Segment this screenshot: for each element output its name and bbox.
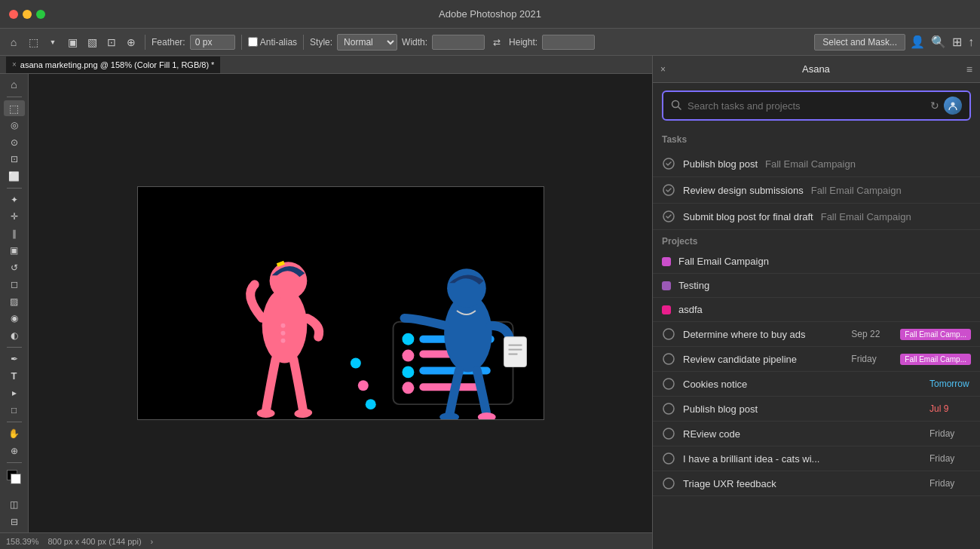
path-select-icon[interactable]: ▸ [4,385,25,401]
tab-bar: × asana marketing.png @ 158% (Color Fill… [0,56,652,74]
btask-check-7 [662,477,675,490]
toolbar-right: 👤 🔍 ⊞ ↑ [910,35,974,49]
task-project-1: Fall Email Campaign [765,158,856,170]
tab-close-icon[interactable]: × [12,60,17,69]
btask-check-2 [662,352,675,366]
clone-stamp-icon[interactable]: ▣ [4,243,25,259]
share-icon[interactable]: ↑ [968,35,974,49]
tool-a-icon[interactable]: ▣ [65,35,80,50]
hand-icon[interactable]: ✋ [4,426,25,442]
screen-mode-icon[interactable]: ⊟ [4,514,25,530]
btask-date-2: Friday [851,354,893,364]
tool-sep-1 [7,97,22,97]
task-item-2[interactable]: Review design submissions Fall Email Cam… [653,177,980,204]
svg-point-26 [350,358,360,369]
btask-check-4 [662,402,675,416]
toolbar: ⌂ ⬚ ▼ ▣ ▧ ⊡ ⊕ Feather: Anti-alias Style:… [0,29,980,56]
asana-close-x[interactable]: × [660,64,666,75]
select-marquee-icon[interactable]: ⬚ [4,100,25,116]
width-input[interactable] [432,35,485,50]
style-select[interactable]: Normal [337,34,397,51]
bottom-task-3[interactable]: Cookies notice Tomorrow [653,372,980,397]
btask-check-6 [662,452,675,465]
bottom-task-7[interactable]: Triage UXR feedback Friday [653,471,980,496]
svg-rect-22 [508,349,522,351]
maximize-button[interactable] [36,10,45,19]
user-icon[interactable]: 👤 [910,35,925,49]
bottom-task-1[interactable]: Determine where to buy ads Sep 22 Fall E… [653,322,980,347]
quick-select-icon[interactable]: ⊙ [4,134,25,150]
svg-point-10 [402,333,414,345]
project-color-1 [662,257,671,266]
bottom-task-4[interactable]: Publish blog post Jul 9 [653,397,980,422]
project-item-3[interactable]: asdfa [653,298,980,322]
foreground-color-icon[interactable] [4,467,25,483]
marquee-tool-icon[interactable]: ⬚ [26,35,41,50]
asana-panel-body[interactable]: Tasks Publish blog post Fall Email Campa… [653,128,980,549]
height-input[interactable] [542,35,595,50]
antialias-label: Anti-alias [260,37,297,48]
traffic-lights [9,10,45,19]
panel-menu-icon[interactable]: ≡ [966,63,972,75]
svg-point-12 [402,350,414,362]
tool-c-icon[interactable]: ⊡ [104,35,119,50]
asana-panel: × Asana ≡ ↻ [652,56,980,549]
search-input[interactable] [688,100,924,112]
frame-icon[interactable]: ⬜ [4,168,25,184]
project-name-2: Testing [678,280,709,291]
btask-badge-1: Fall Email Camp... [900,329,971,340]
tool-d-icon[interactable]: ⊕ [124,35,139,50]
spot-heal-icon[interactable]: ✛ [4,209,25,225]
swap-icon[interactable]: ⇄ [489,35,504,50]
sep3 [303,35,304,50]
project-item-1[interactable]: Fall Email Campaign [653,250,980,274]
active-tab[interactable]: × asana marketing.png @ 158% (Color Fill… [6,57,220,73]
window-icon[interactable]: ⊞ [952,35,962,49]
btask-date-5: Friday [929,428,971,439]
tool-b-icon[interactable]: ▧ [84,35,100,50]
pen-icon[interactable]: ✒ [4,351,25,367]
svg-point-31 [951,103,955,106]
home-icon[interactable]: ⌂ [4,77,25,93]
search-container: ↻ [653,83,980,128]
blur-icon[interactable]: ◉ [4,311,25,327]
task-check-1 [662,157,675,170]
task-item-1[interactable]: Publish blog post Fall Email Campaign [653,151,980,177]
brush-icon[interactable]: ∥ [4,226,25,242]
close-button[interactable] [9,10,18,19]
svg-point-39 [663,428,674,439]
forward-arrow[interactable]: › [151,537,154,546]
bottom-task-5[interactable]: REview code Friday [653,422,980,446]
marquee-options-icon[interactable]: ▼ [45,35,60,50]
shape-icon[interactable]: □ [4,402,25,418]
btask-name-1: Determine where to buy ads [683,329,844,340]
feather-label: Feather: [152,37,185,48]
lasso-icon[interactable]: ◎ [4,118,25,133]
type-icon[interactable]: T [4,368,25,384]
bottom-task-6[interactable]: I have a brilliant idea - cats wi... Fri… [653,446,980,471]
minimize-button[interactable] [23,10,32,19]
search-icon [671,100,681,112]
app-wrapper: Adobe Photoshop 2021 ⌂ ⬚ ▼ ▣ ▧ ⊡ ⊕ Feath… [0,0,980,549]
crop-icon[interactable]: ⊡ [4,152,25,167]
antialias-check[interactable] [248,37,258,47]
dodge-icon[interactable]: ◐ [4,328,25,344]
select-mask-button[interactable]: Select and Mask... [814,34,905,51]
project-item-2[interactable]: Testing [653,274,980,298]
btask-date-4: Jul 9 [929,403,971,414]
avatar[interactable] [944,97,962,115]
feather-input[interactable] [190,35,235,50]
eyedropper-icon[interactable]: ✦ [4,192,25,208]
refresh-icon[interactable]: ↻ [930,100,939,112]
bottom-task-2[interactable]: Review candidate pipeline Friday Fall Em… [653,347,980,372]
title-bar: Adobe Photoshop 2021 [0,0,980,29]
quick-mask-icon[interactable]: ◫ [4,497,25,513]
zoom-icon[interactable]: ⊕ [4,443,25,459]
antialias-checkbox[interactable]: Anti-alias [248,37,297,48]
home-tool-icon[interactable]: ⌂ [6,35,21,50]
eraser-icon[interactable]: ◻ [4,277,25,293]
history-brush-icon[interactable]: ↺ [4,260,25,276]
task-item-3[interactable]: Submit blog post for final draft Fall Em… [653,204,980,230]
search-toolbar-icon[interactable]: 🔍 [931,35,946,49]
gradient-icon[interactable]: ▨ [4,294,25,310]
